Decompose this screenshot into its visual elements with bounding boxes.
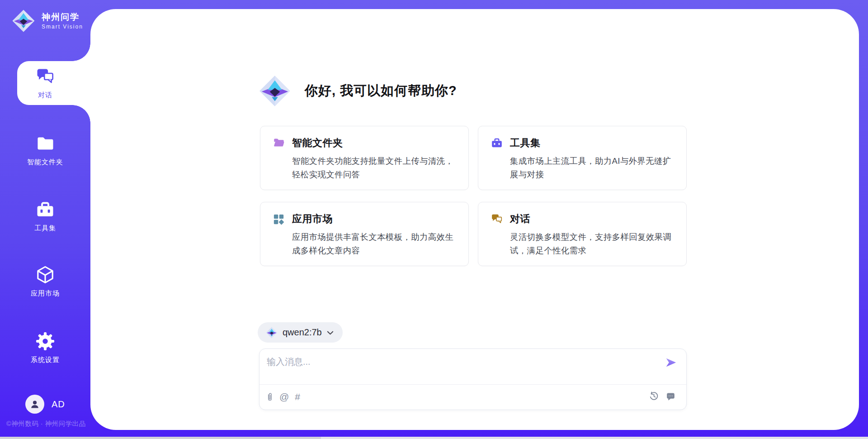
chat-icon: [491, 214, 503, 225]
user-profile[interactable]: AD: [25, 395, 65, 414]
person-icon: [29, 399, 40, 410]
composer-divider: [259, 384, 686, 385]
sidebar-item-label: 智能文件夹: [0, 158, 90, 167]
card-toolset[interactable]: 工具集 集成市场上主流工具，助力AI与外界无缝扩展与对接: [478, 126, 687, 190]
card-description: 集成市场上主流工具，助力AI与外界无缝扩展与对接: [510, 154, 675, 181]
message-composer: @ #: [259, 348, 687, 410]
card-description: 智能文件夹功能支持批量文件上传与清洗，轻松实现文件问答: [292, 154, 457, 181]
user-initials: AD: [52, 399, 65, 410]
pill-fillet-top: [72, 43, 90, 61]
card-description: 灵活切换多模型文件，支持多样回复效果调试，满足个性化需求: [510, 230, 675, 258]
paperclip-icon[interactable]: [266, 391, 274, 403]
sidebar-item-label: 系统设置: [0, 356, 90, 364]
toolbox-icon: [36, 200, 55, 219]
sidebar-item-chat[interactable]: 对话: [0, 67, 90, 100]
brand-name: 神州问学: [42, 12, 83, 23]
card-smart-folder[interactable]: 智能文件夹 智能文件夹功能支持批量文件上传与清洗，轻松实现文件问答: [260, 126, 469, 190]
send-icon[interactable]: [665, 356, 677, 369]
greeting: 你好, 我可以如何帮助你?: [259, 75, 457, 107]
chat-icon: [36, 67, 55, 86]
chevron-down-icon: [327, 331, 334, 335]
model-logo-icon: [266, 327, 278, 339]
app-window: 神州问学 Smart Vision 对话 智能文件夹: [0, 0, 868, 439]
chat-bubble-icon[interactable]: [666, 392, 675, 401]
sidebar-item-toolset[interactable]: 工具集: [0, 200, 90, 233]
sidebar-item-label: 对话: [0, 91, 90, 100]
sidebar-item-label: 工具集: [0, 224, 90, 233]
brand-subtitle: Smart Vision: [42, 24, 83, 30]
assistant-logo-icon: [259, 75, 291, 107]
greeting-title: 你好, 我可以如何帮助你?: [305, 82, 457, 100]
card-title: 智能文件夹: [292, 136, 343, 150]
sidebar-item-app-market[interactable]: 应用市场: [0, 265, 90, 298]
card-title: 应用市场: [292, 212, 333, 226]
brand: 神州问学 Smart Vision: [12, 9, 83, 33]
card-description: 应用市场提供丰富长文本模板，助力高效生成多样化文章内容: [292, 230, 457, 258]
feature-cards: 智能文件夹 智能文件夹功能支持批量文件上传与清洗，轻松实现文件问答 工具集 集成…: [260, 126, 687, 266]
model-name: qwen2:7b: [283, 327, 322, 338]
hash-icon[interactable]: #: [295, 391, 300, 403]
folder-icon: [36, 134, 55, 153]
composer-left-tools: @ #: [266, 391, 300, 403]
gear-icon: [36, 332, 55, 351]
model-selector[interactable]: qwen2:7b: [258, 322, 343, 343]
card-app-market[interactable]: 应用市场 应用市场提供丰富长文本模板，助力高效生成多样化文章内容: [260, 202, 469, 266]
card-title: 对话: [510, 212, 530, 226]
scrollbar-thumb[interactable]: [0, 437, 321, 439]
sidebar-footer: ©神州数码 · 神州问学出品: [6, 420, 92, 428]
folder-open-icon: [273, 138, 285, 149]
brand-logo-icon: [12, 9, 35, 33]
brand-text: 神州问学 Smart Vision: [42, 12, 83, 30]
history-icon[interactable]: [649, 391, 659, 401]
composer-right-tools: [649, 391, 675, 401]
horizontal-scrollbar[interactable]: [0, 437, 868, 439]
toolbox-icon: [491, 138, 503, 149]
card-chat[interactable]: 对话 灵活切换多模型文件，支持多样回复效果调试，满足个性化需求: [478, 202, 687, 266]
card-title: 工具集: [510, 136, 541, 150]
apps-icon: [273, 214, 285, 225]
sidebar-item-smart-folder[interactable]: 智能文件夹: [0, 134, 90, 167]
at-icon[interactable]: @: [279, 391, 289, 403]
message-input[interactable]: [260, 350, 658, 382]
avatar: [25, 395, 44, 414]
pill-fillet-bottom: [72, 105, 90, 123]
sidebar-item-label: 应用市场: [0, 289, 90, 298]
cube-icon: [36, 265, 55, 284]
sidebar-item-settings[interactable]: 系统设置: [0, 332, 90, 364]
